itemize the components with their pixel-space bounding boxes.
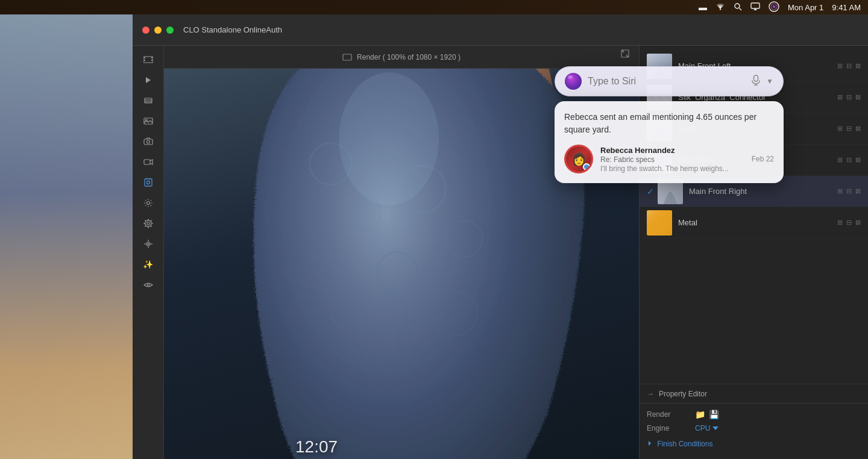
background-app-window [0, 14, 133, 459]
window-controls [142, 27, 174, 34]
material-name-6: Metal [678, 218, 837, 227]
siri-icon[interactable] [769, 1, 779, 14]
menubar-time: 9:41 AM [832, 3, 861, 12]
add-icon-3[interactable]: ⊞ [837, 125, 843, 133]
minimize-button[interactable] [154, 27, 162, 34]
toolbar-settings-icon[interactable] [137, 194, 159, 212]
engine-label: Engine [647, 424, 695, 432]
close-button[interactable] [142, 27, 149, 34]
menubar-right-icons: ▬ [699, 1, 861, 14]
toolbar-record-icon[interactable] [137, 153, 159, 171]
more-icon-1[interactable]: ⊠ [855, 62, 861, 70]
toolbar-tools-icon[interactable] [137, 235, 159, 253]
more-icon-4[interactable]: ⊠ [855, 156, 861, 164]
expand-arrow-icon[interactable]: → [647, 390, 654, 398]
svg-rect-9 [144, 60, 145, 61]
render-label: Render ( 100% of 1080 × 1920 ) [357, 53, 461, 61]
toolbar-image-icon[interactable] [137, 112, 159, 130]
add-icon-1[interactable]: ⊞ [837, 62, 843, 70]
add-icon-5[interactable]: ⊞ [837, 187, 843, 195]
svg-rect-34 [343, 54, 351, 60]
toolbar-layers-icon[interactable] [137, 92, 159, 110]
material-thumb-6 [647, 210, 672, 236]
svg-point-28 [148, 243, 149, 245]
svg-point-45 [339, 72, 439, 205]
more-icon-6[interactable]: ⊠ [855, 219, 861, 226]
email-summary: Rebecca sent an email mentioning 4.65 ou… [564, 111, 774, 136]
engine-row[interactable]: Engine CPU [647, 424, 861, 432]
svg-point-0 [720, 8, 721, 10]
siri-overlay: ▼ Rebecca sent an email mentioning 4.65 … [555, 66, 784, 183]
finish-conditions-row[interactable]: Finish Conditions [647, 437, 861, 448]
battery-icon: ▬ [699, 2, 707, 12]
search-icon[interactable] [734, 2, 742, 13]
finish-conditions-label: Finish Conditions [647, 440, 712, 448]
property-editor: Render 📁 💾 Engine CPU Finish Conditions [640, 403, 868, 459]
menubar: ▬ [0, 0, 868, 14]
toolbar-eye-icon[interactable] [137, 276, 159, 294]
material-actions-6: ⊞ ⊟ ⊠ [837, 219, 861, 226]
more-icon-3[interactable]: ⊠ [855, 125, 861, 133]
screen-mirror-icon[interactable] [750, 2, 760, 13]
siri-email-card: Rebecca sent an email mentioning 4.65 ou… [555, 101, 784, 183]
toolbar-sparkle-icon[interactable]: ✨ [137, 255, 159, 273]
email-meta: Rebecca Hernandez Re: Fabric specs I'll … [600, 146, 744, 173]
toolbar-play-icon[interactable] [137, 71, 159, 89]
siri-input-bar: ▼ [555, 66, 784, 96]
toolbar-camera-icon[interactable] [137, 133, 159, 151]
svg-rect-21 [145, 179, 152, 186]
clock-time: 12:07 [295, 437, 338, 456]
engine-value: CPU [695, 424, 710, 432]
svg-rect-13 [145, 98, 152, 103]
render-folder-icon[interactable]: 📁 [695, 410, 705, 419]
svg-point-27 [146, 242, 150, 246]
render-row: Render 📁 💾 [647, 410, 861, 419]
svg-rect-11 [151, 60, 153, 61]
toolbar-render-settings-icon[interactable] [137, 214, 159, 233]
property-editor-label: Property Editor [659, 390, 707, 398]
svg-point-19 [146, 140, 149, 143]
siri-mic-icon[interactable] [752, 75, 760, 88]
clock-overlay: 12:07 [295, 437, 338, 459]
sender-avatar: 👩 [564, 145, 593, 173]
engine-dropdown[interactable]: CPU [695, 424, 719, 432]
left-toolbar: ✨ [133, 46, 164, 459]
maximize-button[interactable] [166, 27, 174, 34]
add-icon-2[interactable]: ⊞ [837, 93, 843, 101]
svg-point-22 [146, 181, 149, 184]
svg-rect-20 [144, 160, 150, 164]
grid-icon-3[interactable]: ⊟ [846, 125, 852, 133]
grid-icon-2[interactable]: ⊟ [846, 93, 852, 101]
selected-checkmark: ✓ [647, 187, 654, 196]
more-icon-5[interactable]: ⊠ [855, 187, 861, 195]
material-actions-4: ⊞ ⊟ ⊠ [837, 156, 861, 164]
app-titlebar: CLO Standalone OnlineAuth [133, 14, 868, 46]
render-label: Render [647, 410, 695, 419]
email-item[interactable]: 👩 Rebecca Hernandez Re: Fabric specs I'l… [564, 145, 774, 173]
grid-icon-6[interactable]: ⊟ [846, 219, 852, 226]
email-subject: Re: Fabric specs [600, 155, 744, 164]
sender-name: Rebecca Hernandez [600, 146, 744, 155]
grid-icon-1[interactable]: ⊟ [846, 62, 852, 70]
svg-marker-12 [146, 77, 151, 83]
more-icon-2[interactable]: ⊠ [855, 93, 861, 101]
toolbar-film-icon[interactable] [137, 51, 159, 69]
render-save-icon[interactable]: 💾 [709, 410, 719, 419]
material-actions-2: ⊞ ⊟ ⊠ [837, 93, 861, 101]
material-actions-1: ⊞ ⊟ ⊠ [837, 62, 861, 70]
add-icon-4[interactable]: ⊞ [837, 156, 843, 164]
svg-point-6 [773, 5, 776, 8]
siri-chevron-icon: ▼ [766, 77, 773, 86]
render-expand-icon[interactable] [621, 49, 629, 60]
wifi-icon[interactable] [715, 2, 725, 12]
svg-rect-10 [151, 57, 153, 58]
svg-rect-52 [647, 210, 672, 236]
siri-text-input[interactable] [588, 76, 746, 87]
add-icon-6[interactable]: ⊞ [837, 219, 843, 226]
toolbar-screenshot-icon[interactable] [137, 173, 159, 192]
render-toolbar: Render ( 100% of 1080 × 1920 ) [164, 46, 639, 69]
grid-icon-5[interactable]: ⊟ [846, 187, 852, 195]
grid-icon-4[interactable]: ⊟ [846, 156, 852, 164]
menubar-datetime: Mon Apr 1 [788, 3, 823, 12]
material-item-metal[interactable]: Metal ⊞ ⊟ ⊠ [640, 207, 868, 239]
